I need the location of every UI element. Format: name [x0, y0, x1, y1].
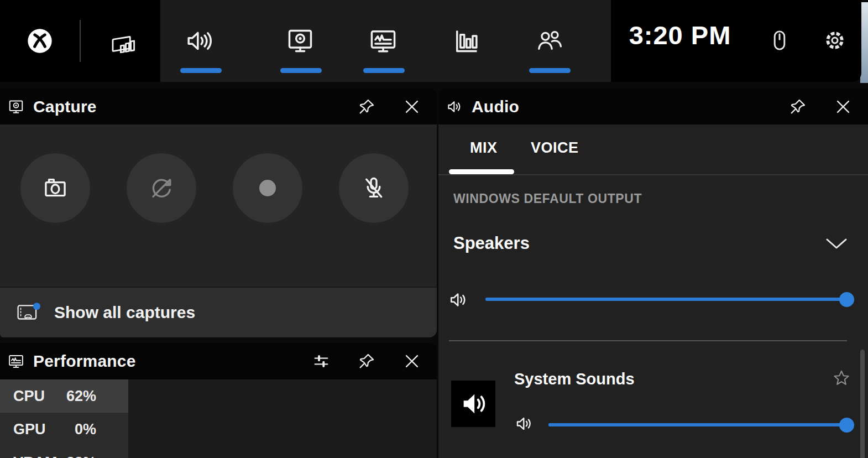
performance-options-button[interactable] [312, 352, 331, 371]
microphone-muted-icon [360, 174, 388, 202]
record-last-30s-button[interactable] [127, 153, 196, 223]
mixer-divider [449, 340, 847, 341]
gear-icon [822, 28, 848, 53]
capture-panel: Capture [0, 89, 437, 336]
close-icon [834, 97, 853, 116]
performance-widget-icon [369, 27, 398, 55]
mic-toggle-button[interactable] [339, 153, 409, 223]
chevron-down-icon [825, 238, 848, 250]
master-volume-fill [485, 298, 847, 301]
mouse-icon [767, 28, 792, 53]
looking-for-group-icon [535, 27, 563, 55]
audio-pin-button[interactable] [788, 97, 807, 116]
performance-panel-icon [8, 353, 24, 369]
system-sounds-volume-speaker-icon [514, 414, 534, 433]
audio-scrollbar-thumb[interactable] [860, 350, 865, 458]
performance-graph-area [128, 379, 437, 458]
topbar-right-section: 3:20 PM [611, 0, 861, 82]
master-volume-slider[interactable] [485, 298, 847, 301]
toolbar-performance-button[interactable] [369, 27, 398, 55]
game-bar-overlay: 3:20 PM Capture [0, 0, 868, 458]
start-recording-icon [259, 180, 276, 196]
performance-panel-header[interactable]: Performance [0, 343, 437, 379]
perf-stat-gpu[interactable]: GPU 0% [0, 413, 128, 446]
capture-panel-body [0, 124, 437, 287]
output-device-expander[interactable] [825, 238, 848, 250]
toolbar-resources-button[interactable] [452, 27, 480, 55]
desktop-background-sliver [860, 2, 868, 83]
system-sounds-speaker-icon [459, 389, 488, 418]
master-volume-thumb[interactable] [839, 292, 854, 307]
perf-stat-cpu[interactable]: CPU 62% [0, 379, 128, 413]
audio-panel-body: MIX VOICE WINDOWS DEFAULT OUTPUT Speaker… [438, 124, 868, 458]
toolbar-capture-button[interactable] [286, 27, 315, 55]
xbox-logo-icon [25, 27, 54, 55]
gpu-value: 0% [64, 421, 96, 438]
settings-button[interactable] [822, 28, 848, 53]
capture-panel-icon [8, 98, 24, 115]
mouse-mode-button[interactable] [767, 28, 792, 53]
capture-widget-icon [286, 27, 315, 55]
gpu-label: GPU [13, 421, 64, 438]
tab-voice[interactable]: VOICE [531, 139, 579, 157]
captures-gallery-icon [17, 301, 41, 324]
vram-label: VRAM [13, 454, 64, 458]
system-sounds-volume-thumb[interactable] [839, 418, 854, 433]
record-last-30s-icon [148, 174, 175, 202]
output-section-label: WINDOWS DEFAULT OUTPUT [453, 191, 642, 206]
toolbar-lfg-button[interactable] [535, 27, 563, 55]
active-tab-underline [449, 169, 514, 174]
cpu-value: 62% [64, 388, 96, 405]
close-icon [402, 97, 421, 116]
show-all-captures-label: Show all captures [54, 303, 195, 322]
lfg-active-underline [529, 68, 571, 73]
topbar-left-section [0, 0, 160, 82]
clock: 3:20 PM [628, 20, 733, 50]
audio-active-underline [180, 68, 222, 73]
audio-panel: Audio MIX VOICE WINDOWS DEFAULT OUTPUT S… [438, 89, 868, 458]
favorite-star-button[interactable] [832, 369, 851, 388]
topbar-widget-toolbar [160, 0, 611, 82]
show-all-captures-button[interactable]: Show all captures [0, 287, 437, 337]
sliders-options-icon [312, 352, 331, 371]
audio-panel-icon [446, 98, 463, 115]
pin-icon [357, 97, 376, 116]
topbar-separator [80, 20, 81, 62]
performance-panel-title: Performance [33, 352, 136, 371]
audio-widget-icon [186, 27, 216, 55]
screenshot-camera-icon [41, 174, 69, 202]
resources-widget-icon [452, 27, 480, 55]
xbox-home-button[interactable] [25, 27, 54, 55]
audio-close-button[interactable] [834, 97, 853, 116]
capture-panel-title: Capture [33, 97, 97, 116]
system-sounds-volume-slider[interactable] [548, 423, 847, 426]
performance-panel: Performance CPU 62% GPU 0% VRAM [0, 343, 437, 458]
system-sounds-name: System Sounds [514, 370, 635, 388]
capture-close-button[interactable] [402, 97, 421, 116]
pin-icon [357, 352, 376, 371]
master-volume-speaker-icon [448, 290, 469, 310]
audio-panel-header[interactable]: Audio [438, 89, 868, 124]
start-recording-button[interactable] [233, 153, 302, 223]
performance-active-underline [363, 68, 405, 73]
tabs-divider [438, 174, 868, 175]
screenshot-button[interactable] [20, 153, 90, 223]
capture-pin-button[interactable] [357, 97, 376, 116]
audio-panel-title: Audio [472, 97, 519, 116]
pin-icon [788, 97, 807, 116]
star-outline-icon [832, 369, 851, 388]
system-sounds-tile [451, 381, 495, 427]
close-icon [402, 352, 421, 371]
output-device-select[interactable]: Speakers [453, 233, 530, 253]
vram-value: 33% [64, 454, 96, 458]
performance-close-button[interactable] [402, 352, 421, 371]
perf-stat-vram[interactable]: VRAM 33% [0, 446, 128, 458]
tab-mix[interactable]: MIX [470, 139, 498, 157]
toolbar-audio-button[interactable] [186, 27, 215, 55]
system-sounds-volume-fill [548, 423, 847, 426]
performance-pin-button[interactable] [357, 352, 376, 371]
capture-active-underline [280, 68, 322, 73]
widget-menu-icon [108, 28, 140, 55]
widget-menu-button[interactable] [108, 28, 140, 55]
capture-panel-header[interactable]: Capture [0, 89, 437, 124]
